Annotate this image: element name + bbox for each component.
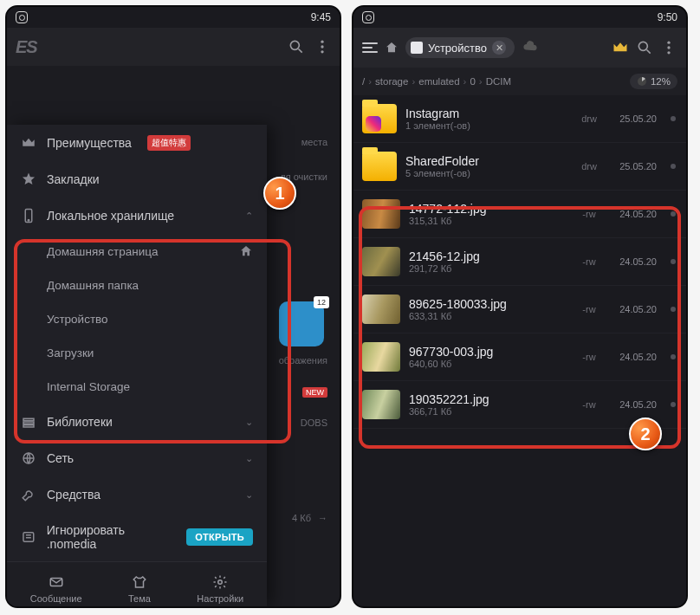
svg-rect-9 [23,425,34,427]
breadcrumb[interactable]: /› storage› emulated› 0› DCIM 12% [353,68,686,95]
location-chip[interactable]: Устройство ✕ [405,37,515,58]
chip-label: Устройство [428,42,487,55]
file-date: 24.05.20 [613,352,657,362]
tile-count-badge: 12 [314,296,329,308]
file-name: Instagram [405,107,565,121]
sidebar-network[interactable]: Сеть ⌄ [7,440,267,476]
cloud-icon[interactable] [522,39,539,56]
file-name: 967730-003.jpg [409,345,565,359]
marker-2: 2 [629,418,662,450]
nav-theme[interactable]: Тема [128,574,151,604]
more-icon[interactable] [660,39,677,56]
dot-icon [671,164,676,169]
file-perm: -rw [574,399,605,410]
svg-point-18 [667,42,670,44]
folder-row[interactable]: SharedFolder 5 элемент(-ов) drw 25.05.20 [353,143,686,191]
open-button[interactable]: ОТКРЫТЬ [186,528,253,546]
nav-message[interactable]: Сообщение [30,574,82,604]
crumb-storage[interactable]: storage [375,76,408,87]
file-date: 24.05.20 [613,256,657,267]
crumb-emulated[interactable]: emulated [418,76,459,87]
svg-rect-7 [23,418,34,420]
sidebar-nomedia[interactable]: Игнорировать .nomedia ОТКРЫТЬ [7,513,267,561]
sidebar-bookmarks[interactable]: Закладки [7,161,267,197]
sidebar-item-downloads[interactable]: Загрузки [7,336,267,370]
envelope-icon [49,574,64,590]
file-perm: -rw [574,352,605,362]
nav-settings-label: Настройки [197,593,243,604]
status-bar: 9:45 [7,7,340,28]
status-time: 9:45 [311,11,331,23]
instagram-icon [362,11,374,23]
chevron-down-icon: ⌄ [245,417,253,428]
close-icon[interactable]: ✕ [492,41,506,55]
search-icon[interactable] [288,38,305,55]
home-icon [239,244,253,258]
file-row[interactable]: 967730-003.jpg 640,60 Кб -rw 24.05.20 [353,333,686,381]
chevron-down-icon: ⌄ [245,489,253,501]
file-meta: 1 элемент(-ов) [405,120,565,131]
file-date: 24.05.20 [613,304,657,314]
libraries-label: Библиотеки [47,415,113,429]
bookmarks-label: Закладки [47,172,100,186]
marker-1: 1 [263,177,296,210]
sidebar-premium[interactable]: Преимущества 超值特惠 [7,125,267,161]
crumb-dcim[interactable]: DCIM [486,76,511,87]
nomedia-icon [21,529,36,545]
file-row[interactable]: 14772-112.jpg 315,31 Кб -rw 24.05.20 [353,191,686,238]
premium-badge: 超值特惠 [147,135,191,151]
chevron-down-icon: ⌄ [245,453,253,464]
sdcard-icon [411,42,423,54]
usage-value: 12% [651,76,671,87]
svg-point-16 [638,42,647,50]
menu-icon[interactable] [362,42,378,53]
dobs-label: DOBS [301,418,327,428]
nav-theme-label: Тема [128,593,151,604]
search-icon[interactable] [636,39,653,56]
image-thumbnail [362,295,400,324]
phone-left: 9:45 ES места ля очистки 12 ображения NE… [5,5,341,608]
home-icon[interactable] [385,39,399,56]
sidebar-item-device[interactable]: Устройство [7,302,267,336]
svg-rect-8 [23,422,34,424]
storage-usage[interactable]: 12% [630,74,677,89]
network-label: Сеть [47,451,74,465]
file-meta: 640,60 Кб [409,359,565,369]
sidebar-item-internal[interactable]: Internal Storage [7,370,267,404]
svg-point-4 [321,50,323,53]
sidebar-local-storage[interactable]: Локальное хранилище ⌃ [7,197,267,234]
file-name: 21456-12.jpg [409,249,565,264]
file-date: 24.05.20 [613,209,657,219]
file-perm: drw [574,113,605,124]
sidebar-item-homepage[interactable]: Домашняя страница [7,234,267,269]
hint-text: места [301,137,327,147]
file-meta: 633,31 Кб [409,311,565,321]
folder-row[interactable]: Instagram 1 элемент(-ов) drw 25.05.20 [353,95,686,143]
nav-settings[interactable]: Настройки [197,574,243,604]
phone-icon [21,208,36,223]
sidebar-libraries[interactable]: Библиотеки ⌄ [7,404,267,440]
size-hint: 4 Кб [292,513,311,523]
images-tile[interactable]: 12 [279,301,324,346]
crumb-root[interactable]: / [362,76,365,87]
file-name: 190352221.jpg [409,392,565,407]
svg-point-2 [321,41,323,43]
file-date: 25.05.20 [613,113,657,124]
status-time: 9:50 [658,11,677,23]
crumb-0[interactable]: 0 [470,76,475,87]
image-thumbnail [362,390,400,419]
file-meta: 5 элемент(-ов) [405,168,565,178]
sidebar-tools[interactable]: Средства ⌄ [7,476,267,513]
file-row[interactable]: 21456-12.jpg 291,72 Кб -rw 24.05.20 [353,238,686,286]
more-icon[interactable] [314,38,331,55]
crown-icon [21,135,36,151]
file-perm: -rw [574,304,605,314]
svg-point-15 [218,580,223,585]
sidebar-bottom-nav: Сообщение Тема Настройки [7,561,267,608]
image-thumbnail [362,342,400,372]
crown-icon[interactable] [612,39,629,56]
sidebar-item-homefolder[interactable]: Домашняя папка [7,269,267,302]
folder-icon [362,104,397,133]
file-row[interactable]: 89625-180033.jpg 633,31 Кб -rw 24.05.20 [353,286,686,333]
status-bar: 9:50 [353,7,686,28]
